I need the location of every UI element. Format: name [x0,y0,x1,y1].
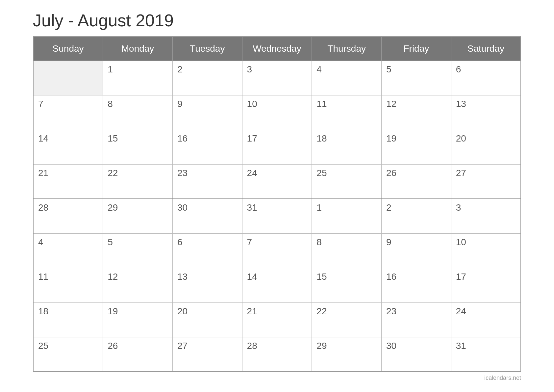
calendar-day-cell: 12 [103,268,173,302]
calendar-day-cell: 17 [451,268,521,302]
calendar-day-cell: 23 [172,164,242,199]
calendar-day-cell: 21 [242,302,312,337]
day-header-row: SundayMondayTuesdayWednesdayThursdayFrid… [33,37,521,61]
day-header-monday: Monday [103,37,173,61]
calendar-day-cell: 10 [451,233,521,268]
day-header-tuesday: Tuesday [172,37,242,61]
calendar-day-cell: 18 [33,302,103,337]
calendar-day-cell: 8 [312,233,382,268]
calendar-day-cell: 20 [451,130,521,164]
calendar-day-cell: 11 [312,95,382,130]
calendar-day-cell: 7 [242,233,312,268]
calendar-day-cell: 27 [172,337,242,372]
day-header-sunday: Sunday [33,37,103,61]
calendar-day-cell: 22 [103,164,173,199]
calendar-day-cell: 20 [172,302,242,337]
day-header-wednesday: Wednesday [242,37,312,61]
calendar-day-cell: 11 [33,268,103,302]
calendar-day-cell: 1 [312,199,382,233]
calendar-day-cell: 19 [103,302,173,337]
calendar-week-row: 11121314151617 [33,268,521,302]
calendar-day-cell: 6 [172,233,242,268]
calendar-week-row: 21222324252627 [33,164,521,199]
calendar-day-cell: 5 [382,61,451,95]
calendar-day-cell: 4 [33,233,103,268]
calendar-day-cell: 3 [242,61,312,95]
calendar-week-row: 78910111213 [33,95,521,130]
calendar-day-cell: 9 [172,95,242,130]
calendar-day-cell: 25 [33,337,103,372]
calendar-day-cell: 30 [172,199,242,233]
calendar-day-cell: 9 [382,233,451,268]
calendar-day-cell: 14 [242,268,312,302]
calendar-day-cell: 10 [242,95,312,130]
day-header-saturday: Saturday [451,37,521,61]
calendar-day-cell: 29 [312,337,382,372]
calendar-day-cell: 2 [382,199,451,233]
calendar-day-cell: 14 [33,130,103,164]
calendar-day-cell: 16 [172,130,242,164]
calendar-day-cell: 25 [312,164,382,199]
calendar-week-row: 28293031123 [33,199,521,233]
day-header-thursday: Thursday [312,37,382,61]
calendar-day-cell: 28 [242,337,312,372]
calendar-title: July - August 2019 [33,11,521,30]
calendar-day-cell: 26 [382,164,451,199]
calendar-page: July - August 2019 SundayMondayTuesdayWe… [16,0,538,392]
calendar-day-cell: 15 [312,268,382,302]
calendar-day-cell [33,61,103,95]
calendar-day-cell: 15 [103,130,173,164]
calendar-day-cell: 24 [451,302,521,337]
calendar-table: SundayMondayTuesdayWednesdayThursdayFrid… [33,36,521,372]
calendar-day-cell: 18 [312,130,382,164]
calendar-week-row: 18192021222324 [33,302,521,337]
calendar-day-cell: 5 [103,233,173,268]
calendar-week-row: 14151617181920 [33,130,521,164]
calendar-day-cell: 13 [172,268,242,302]
calendar-day-cell: 30 [382,337,451,372]
calendar-day-cell: 8 [103,95,173,130]
footer-text: icalendars.net [33,375,521,381]
calendar-day-cell: 12 [382,95,451,130]
calendar-day-cell: 13 [451,95,521,130]
calendar-day-cell: 6 [451,61,521,95]
calendar-day-cell: 3 [451,199,521,233]
day-header-friday: Friday [382,37,451,61]
calendar-week-row: 45678910 [33,233,521,268]
calendar-day-cell: 28 [33,199,103,233]
calendar-day-cell: 2 [172,61,242,95]
calendar-day-cell: 24 [242,164,312,199]
calendar-day-cell: 23 [382,302,451,337]
calendar-day-cell: 22 [312,302,382,337]
calendar-day-cell: 26 [103,337,173,372]
calendar-day-cell: 19 [382,130,451,164]
calendar-day-cell: 4 [312,61,382,95]
calendar-day-cell: 29 [103,199,173,233]
calendar-day-cell: 27 [451,164,521,199]
calendar-week-row: 25262728293031 [33,337,521,372]
calendar-day-cell: 31 [242,199,312,233]
calendar-week-row: 123456 [33,61,521,95]
calendar-day-cell: 21 [33,164,103,199]
calendar-day-cell: 7 [33,95,103,130]
calendar-day-cell: 16 [382,268,451,302]
calendar-day-cell: 17 [242,130,312,164]
calendar-day-cell: 1 [103,61,173,95]
calendar-day-cell: 31 [451,337,521,372]
